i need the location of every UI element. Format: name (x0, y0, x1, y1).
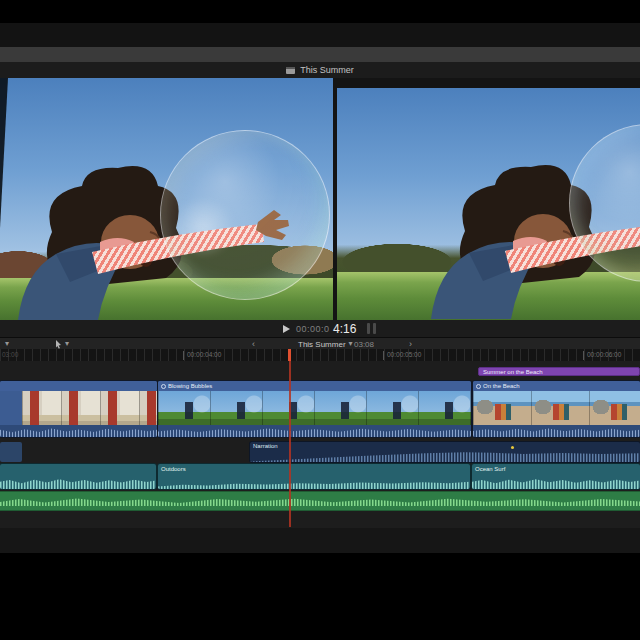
final-cut-window: This Summer (0, 0, 640, 640)
audio-clip-narration[interactable]: Narration (250, 442, 640, 462)
viewer-row (0, 78, 640, 320)
clip-name-bar: Blowing Bubbles (158, 381, 471, 391)
clip-audio-waveform (0, 425, 157, 437)
music-waveform (158, 476, 470, 489)
ruler-label: 00:00:05:00 (387, 351, 421, 358)
ruler-label: 00:00:06:00 (587, 351, 621, 358)
effects-badge-icon (476, 384, 481, 389)
audio-meter-left[interactable] (367, 323, 370, 334)
title-clip[interactable]: Summer on the Beach (478, 367, 640, 376)
transport-bar: 00:00:0 4:16 (0, 320, 640, 337)
timecode-current: 4:16 (333, 322, 356, 336)
audio-meter-right[interactable] (373, 323, 376, 334)
timeline-project-name: This Summer (298, 340, 346, 349)
ruler-label: 00:00:04:00 (187, 351, 221, 358)
pointer-tool-icon (55, 340, 62, 349)
play-icon[interactable] (283, 325, 290, 333)
clip-name-bar: On the Beach (473, 381, 640, 391)
filmstrip-thumbnails (22, 391, 157, 425)
project-title: This Summer (300, 65, 354, 75)
music-clip-outdoors[interactable]: Outdoors (158, 464, 470, 489)
timeline-ruler[interactable]: 03:00 00:00:04:00 00:00:05:00 00:00:06:0… (0, 349, 640, 361)
timeline-body: Summer on the Beach Blowing Bubbles (0, 361, 640, 528)
audio-clip-stub[interactable] (0, 442, 22, 462)
timeline-lower-strip (0, 528, 640, 553)
music-clip-ocean-surf[interactable]: Ocean Surf (472, 464, 640, 489)
narration-waveform (250, 448, 640, 462)
top-letterbox (0, 0, 640, 23)
clip-name-bar (0, 381, 157, 391)
audio-keyframe-dot[interactable] (511, 446, 514, 449)
playhead-head[interactable] (288, 349, 291, 361)
video-clip-on-the-beach[interactable]: On the Beach (473, 381, 640, 437)
main-viewer[interactable] (337, 78, 640, 320)
video-clip-indoor[interactable] (0, 381, 157, 437)
project-title-bar: This Summer (0, 62, 640, 78)
window-title-bar[interactable] (0, 47, 640, 63)
clip-audio-waveform (473, 425, 640, 437)
filmstrip-thumbnails (473, 391, 640, 425)
timecode-prefix: 00:00:0 (296, 324, 330, 334)
music-clip-teal-1[interactable] (0, 464, 156, 489)
video-clip-blowing-bubbles[interactable]: Blowing Bubbles (158, 381, 471, 437)
music-waveform (0, 496, 640, 506)
menu-strip (0, 23, 640, 47)
playhead[interactable] (289, 349, 291, 527)
music-waveform (0, 476, 156, 489)
clip-audio-waveform (158, 425, 471, 437)
effects-badge-icon (161, 384, 166, 389)
music-clip-green[interactable] (0, 491, 640, 511)
clapperboard-icon (286, 67, 295, 74)
filmstrip-thumbnails (158, 391, 471, 425)
music-waveform (472, 476, 640, 489)
ruler-label: 03:00 (2, 351, 18, 358)
bottom-letterbox (0, 553, 640, 640)
event-viewer[interactable] (0, 78, 333, 320)
soap-bubble (160, 130, 330, 300)
